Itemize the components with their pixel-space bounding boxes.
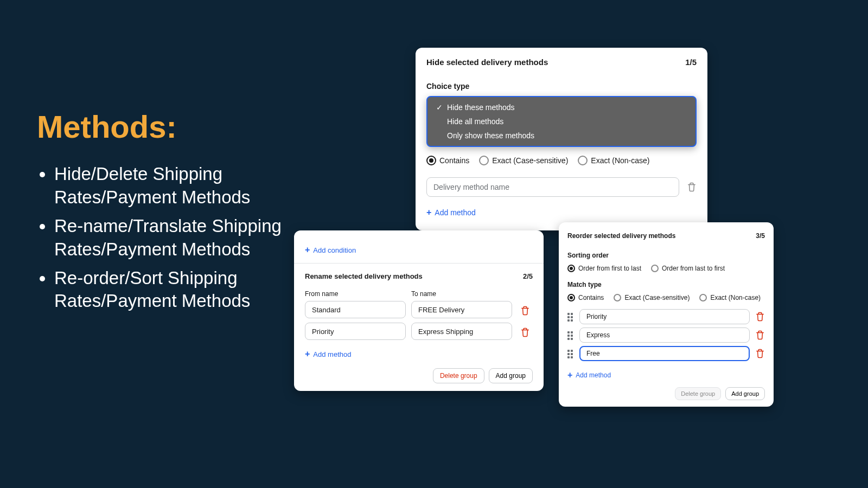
- reorder-methods-card: Reorder selected delivery methods 3/5 So…: [559, 222, 774, 407]
- dropdown-option-label: Hide all methods: [447, 117, 503, 126]
- from-name-input[interactable]: [305, 323, 406, 340]
- add-method-label: Add method: [313, 350, 351, 358]
- card-title: Rename selected delivery methods: [305, 272, 423, 280]
- drag-handle-icon[interactable]: [567, 350, 574, 357]
- match-type-radios: Contains Exact (Case-sensitive) Exact (N…: [426, 156, 697, 165]
- card-counter: 2/5: [523, 272, 533, 280]
- delivery-method-name-input[interactable]: [426, 177, 679, 197]
- radio-label: Exact (Case-sensitive): [492, 156, 568, 165]
- radio-dot-icon: [567, 265, 575, 272]
- card-title: Hide selected delivery methods: [426, 57, 548, 67]
- card-counter: 3/5: [756, 232, 765, 240]
- trash-icon[interactable]: [755, 330, 765, 340]
- radio-exact-case[interactable]: Exact (Case-sensitive): [479, 156, 568, 165]
- reorder-method-input[interactable]: [579, 328, 750, 343]
- from-name-input[interactable]: [305, 301, 406, 318]
- choice-type-dropdown[interactable]: ✓ Hide these methods Hide all methods On…: [426, 96, 697, 147]
- radio-contains[interactable]: Contains: [426, 156, 469, 165]
- add-method-button[interactable]: + Add method: [426, 208, 476, 217]
- radio-dot-icon: [426, 156, 436, 165]
- dropdown-option[interactable]: Hide all methods: [427, 114, 695, 129]
- add-method-button[interactable]: + Add method: [567, 371, 611, 380]
- dropdown-option-label: Only show these methods: [447, 131, 534, 140]
- match-type-label: Match type: [567, 281, 765, 288]
- bullet-item: Re-order/Sort Shipping Rates/Payment Met…: [54, 267, 297, 313]
- from-name-label: From name: [305, 290, 406, 298]
- radio-label: Order from first to last: [578, 265, 641, 272]
- plus-icon: +: [305, 246, 310, 254]
- radio-dot-icon: [479, 156, 489, 165]
- bullet-item: Hide/Delete Shipping Rates/Payment Metho…: [54, 163, 297, 209]
- trash-icon[interactable]: [520, 302, 530, 319]
- trash-icon[interactable]: [687, 182, 697, 192]
- card-title: Reorder selected delivery methods: [567, 232, 675, 240]
- add-group-button[interactable]: Add group: [725, 387, 765, 400]
- radio-dot-icon: [567, 294, 575, 301]
- radio-dot-icon: [614, 294, 621, 301]
- drag-handle-icon[interactable]: [567, 331, 574, 339]
- delete-group-button[interactable]: Delete group: [433, 368, 484, 383]
- radio-contains[interactable]: Contains: [567, 294, 604, 301]
- divider: [294, 263, 544, 264]
- choice-type-label: Choice type: [426, 82, 697, 91]
- plus-icon: +: [426, 208, 431, 217]
- rename-methods-card: + Add condition Rename selected delivery…: [294, 230, 544, 391]
- dropdown-option[interactable]: Only show these methods: [427, 129, 695, 143]
- radio-exact-noncase[interactable]: Exact (Non-case): [699, 294, 761, 301]
- card-counter: 1/5: [685, 57, 697, 67]
- to-name-input[interactable]: [411, 301, 512, 318]
- radio-last-to-first[interactable]: Order from last to first: [651, 265, 725, 272]
- plus-icon: +: [305, 350, 310, 358]
- dropdown-option-label: Hide these methods: [447, 103, 515, 112]
- hide-methods-card: Hide selected delivery methods 1/5 Choic…: [416, 48, 707, 230]
- reorder-row: [567, 346, 765, 361]
- dropdown-option[interactable]: ✓ Hide these methods: [427, 100, 695, 114]
- check-icon: ✓: [436, 103, 443, 112]
- radio-label: Exact (Case-sensitive): [624, 294, 690, 301]
- radio-label: Contains: [439, 156, 469, 165]
- radio-label: Contains: [578, 294, 604, 301]
- radio-dot-icon: [651, 265, 659, 272]
- radio-label: Order from last to first: [662, 265, 725, 272]
- add-condition-button[interactable]: + Add condition: [305, 246, 356, 254]
- bullet-item: Re-name/Translate Shipping Rates/Payment…: [54, 215, 297, 261]
- drag-handle-icon[interactable]: [567, 313, 574, 320]
- radio-exact-case[interactable]: Exact (Case-sensitive): [614, 294, 690, 301]
- radio-label: Exact (Non-case): [710, 294, 761, 301]
- reorder-row: [567, 328, 765, 343]
- sorting-order-label: Sorting order: [567, 252, 765, 259]
- add-method-label: Add method: [435, 208, 476, 217]
- reorder-method-input[interactable]: [579, 309, 750, 324]
- trash-icon[interactable]: [755, 312, 765, 322]
- radio-dot-icon: [699, 294, 707, 301]
- add-group-button[interactable]: Add group: [489, 368, 533, 383]
- radio-label: Exact (Non-case): [591, 156, 649, 165]
- radio-first-to-last[interactable]: Order from first to last: [567, 265, 641, 272]
- radio-dot-icon: [578, 156, 588, 165]
- trash-icon[interactable]: [520, 324, 530, 341]
- page-heading: Methods:: [37, 108, 177, 145]
- add-method-label: Add method: [576, 371, 611, 379]
- reorder-row: [567, 309, 765, 324]
- feature-bullets: Hide/Delete Shipping Rates/Payment Metho…: [37, 163, 297, 318]
- reorder-method-input[interactable]: [579, 346, 750, 361]
- radio-exact-noncase[interactable]: Exact (Non-case): [578, 156, 649, 165]
- plus-icon: +: [567, 371, 572, 380]
- to-name-input[interactable]: [411, 323, 512, 340]
- add-condition-label: Add condition: [313, 246, 356, 254]
- to-name-label: To name: [411, 290, 512, 298]
- add-method-button[interactable]: + Add method: [305, 350, 351, 358]
- trash-icon[interactable]: [755, 349, 765, 358]
- delete-group-button: Delete group: [675, 387, 721, 400]
